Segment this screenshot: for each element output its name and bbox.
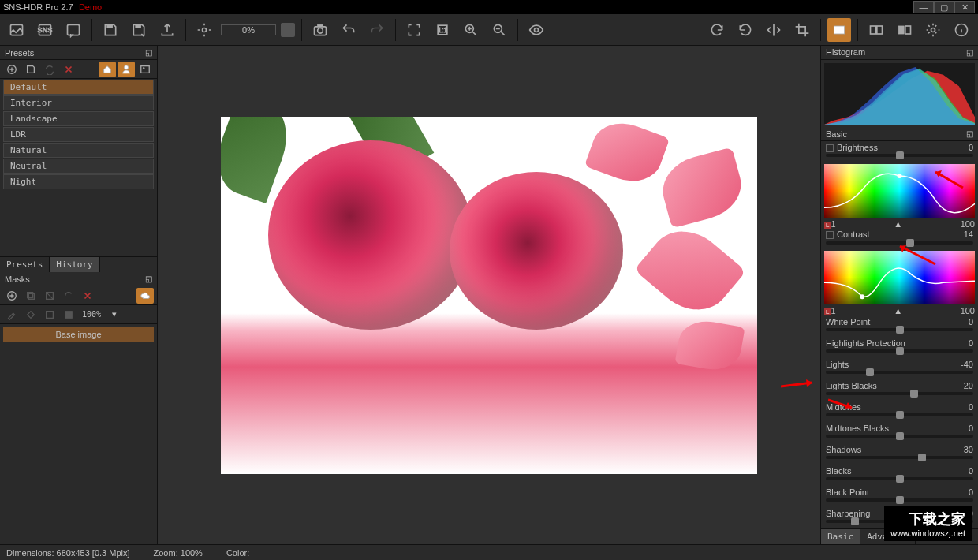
svg-rect-3 bbox=[68, 24, 80, 35]
actual-size-button[interactable]: 1:1 bbox=[431, 18, 454, 42]
save-sns-button[interactable] bbox=[62, 18, 85, 42]
delete-mask-button[interactable] bbox=[79, 288, 96, 304]
svg-rect-17 bbox=[877, 26, 883, 34]
contrast-curve[interactable] bbox=[824, 251, 975, 304]
watermark: 下载之家 www.windowszj.net bbox=[884, 506, 972, 541]
dropdown-icon[interactable]: ▾ bbox=[106, 307, 123, 323]
settings-button[interactable] bbox=[921, 18, 945, 42]
slider-highlights-protection[interactable]: Highlights Protection0 bbox=[821, 337, 978, 358]
batch-settings-button[interactable] bbox=[192, 18, 216, 42]
svg-point-25 bbox=[143, 67, 144, 69]
preset-user-button[interactable] bbox=[118, 62, 135, 77]
preset-item-neutral[interactable]: Neutral bbox=[3, 159, 154, 174]
open-image-button[interactable] bbox=[5, 18, 28, 42]
undo-button[interactable] bbox=[337, 18, 360, 42]
svg-rect-16 bbox=[871, 26, 876, 34]
preview-button[interactable] bbox=[524, 18, 548, 42]
dock-icon[interactable]: ◱ bbox=[966, 48, 973, 57]
slider-white-point[interactable]: White Point0 bbox=[821, 315, 978, 337]
mask-zoom: 100% bbox=[79, 310, 104, 319]
app-title: SNS-HDR Pro 2.7 Demo bbox=[3, 2, 102, 13]
preset-item-default[interactable]: Default bbox=[3, 80, 154, 95]
preset-image-button[interactable] bbox=[136, 62, 154, 77]
dock-icon[interactable]: ◱ bbox=[966, 129, 973, 138]
maximize-button[interactable]: ▢ bbox=[934, 1, 954, 13]
contrast-range: L1▲100 bbox=[821, 306, 978, 315]
stop-button[interactable] bbox=[281, 23, 295, 37]
slider-midtones[interactable]: Midtones0 bbox=[821, 401, 978, 422]
preset-home-button[interactable] bbox=[99, 62, 116, 77]
save-preset-button[interactable] bbox=[22, 62, 39, 77]
svg-point-20 bbox=[931, 28, 935, 32]
add-preset-button[interactable] bbox=[3, 62, 21, 77]
compare-view-button[interactable] bbox=[893, 18, 916, 42]
open-sns-button[interactable]: SNS bbox=[33, 18, 57, 42]
info-button[interactable] bbox=[950, 18, 973, 42]
svg-rect-31 bbox=[65, 311, 73, 318]
fit-screen-button[interactable] bbox=[402, 18, 426, 42]
invert-mask-button[interactable] bbox=[41, 288, 58, 304]
preset-item-night[interactable]: Night bbox=[3, 174, 154, 189]
slider-lights[interactable]: Lights-40 bbox=[821, 358, 978, 379]
refresh-mask-button[interactable] bbox=[60, 288, 77, 304]
slider-lights-blacks[interactable]: Lights Blacks20 bbox=[821, 379, 978, 401]
save-as-button[interactable] bbox=[127, 18, 151, 42]
zoom-out-button[interactable] bbox=[487, 18, 511, 42]
save-button[interactable] bbox=[99, 18, 122, 42]
svg-rect-5 bbox=[136, 24, 141, 28]
rect-select-button[interactable] bbox=[41, 307, 58, 323]
slider-midtones-blacks[interactable]: Midtones Blacks0 bbox=[821, 422, 978, 443]
minimize-button[interactable]: — bbox=[913, 1, 934, 13]
gradient-button[interactable] bbox=[60, 307, 77, 323]
left-tabs: PresetsHistory bbox=[0, 256, 157, 272]
image-preview bbox=[221, 117, 757, 474]
fill-button[interactable] bbox=[22, 307, 39, 323]
rotate-cw-button[interactable] bbox=[705, 18, 729, 42]
presets-header: Presets ◱ bbox=[0, 46, 157, 60]
base-image-item[interactable]: Base image bbox=[3, 327, 154, 342]
close-button[interactable]: ✕ bbox=[954, 1, 975, 13]
cloud-mask-button[interactable] bbox=[136, 288, 154, 304]
delete-preset-button[interactable] bbox=[60, 62, 77, 77]
zoom-in-button[interactable] bbox=[459, 18, 483, 42]
svg-text:1:1: 1:1 bbox=[438, 25, 448, 33]
crop-button[interactable] bbox=[790, 18, 814, 42]
canvas-area[interactable] bbox=[158, 46, 820, 544]
brightness-curve[interactable] bbox=[824, 164, 975, 218]
preset-item-natural[interactable]: Natural bbox=[3, 143, 154, 158]
main-toolbar: SNS 0% 1:1 bbox=[0, 14, 978, 46]
dock-icon[interactable]: ◱ bbox=[145, 48, 152, 57]
preset-list: DefaultInteriorLandscapeLDRNaturalNeutra… bbox=[0, 79, 157, 190]
split-view-button[interactable] bbox=[864, 18, 888, 42]
rotate-ccw-button[interactable] bbox=[734, 18, 757, 42]
slider-blacks[interactable]: Blacks0 bbox=[821, 465, 978, 486]
add-mask-button[interactable] bbox=[3, 288, 21, 304]
tab-presets[interactable]: Presets bbox=[0, 257, 50, 272]
basic-header: Basic ◱ bbox=[821, 128, 978, 142]
masks-title: Masks bbox=[5, 274, 30, 284]
preset-item-interior[interactable]: Interior bbox=[3, 95, 154, 110]
svg-point-33 bbox=[860, 294, 864, 299]
contrast-slider[interactable]: Contrast14 bbox=[821, 229, 978, 249]
window-controls: — ▢ ✕ bbox=[913, 1, 975, 13]
single-view-button[interactable] bbox=[827, 18, 851, 42]
slider-shadows[interactable]: Shadows30 bbox=[821, 443, 978, 465]
tab-history[interactable]: History bbox=[50, 257, 99, 272]
svg-rect-28 bbox=[28, 293, 34, 299]
dock-icon[interactable]: ◱ bbox=[145, 274, 152, 283]
slider-black-point[interactable]: Black Point0 bbox=[821, 486, 978, 507]
preset-item-ldr[interactable]: LDR bbox=[3, 127, 154, 142]
camera-button[interactable] bbox=[308, 18, 332, 42]
svg-rect-15 bbox=[834, 26, 844, 34]
svg-rect-4 bbox=[107, 24, 113, 28]
export-button[interactable] bbox=[155, 18, 179, 42]
redo-button[interactable] bbox=[365, 18, 389, 42]
preset-item-landscape[interactable]: Landscape bbox=[3, 111, 154, 126]
copy-mask-button[interactable] bbox=[22, 288, 39, 304]
flip-button[interactable] bbox=[762, 18, 786, 42]
tab-basic[interactable]: Basic bbox=[821, 529, 860, 544]
brush-button[interactable] bbox=[3, 307, 21, 323]
refresh-preset-button[interactable] bbox=[41, 62, 58, 77]
brightness-slider[interactable]: Brightness0 bbox=[821, 141, 978, 162]
svg-rect-27 bbox=[28, 292, 33, 297]
